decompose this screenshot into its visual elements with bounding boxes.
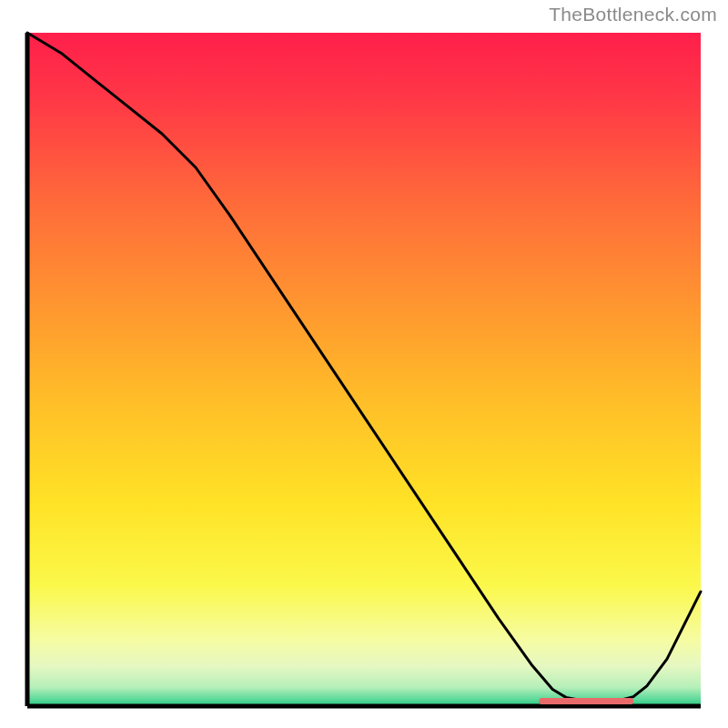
plot-area	[27, 33, 701, 706]
optimal-band	[539, 698, 633, 704]
chart-stage: TheBottleneck.com	[0, 0, 728, 728]
attribution-text: TheBottleneck.com	[549, 4, 717, 25]
chart-svg	[27, 33, 701, 706]
curve-line	[27, 33, 701, 701]
